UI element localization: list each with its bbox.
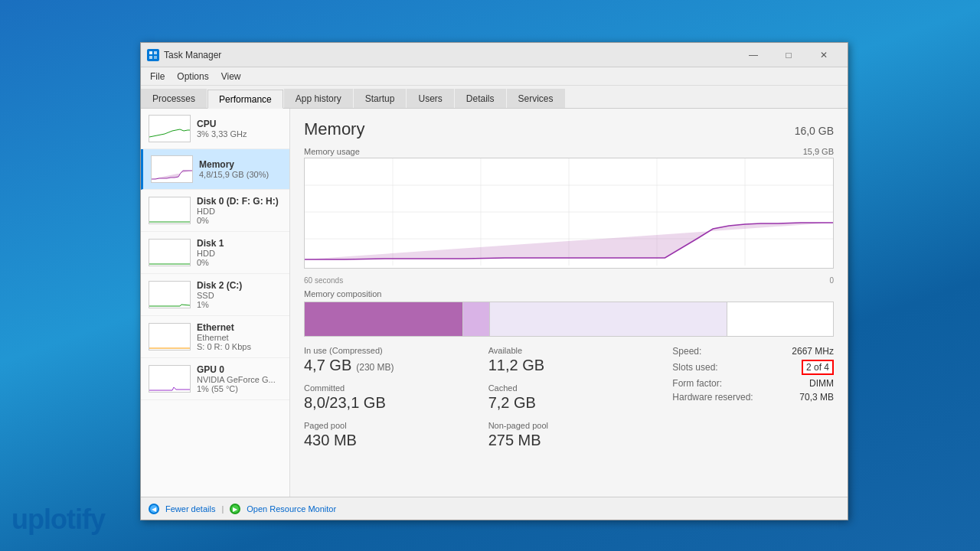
menu-file[interactable]: File bbox=[144, 69, 171, 84]
ethernet-sub1: Ethernet bbox=[197, 333, 282, 342]
svg-rect-6 bbox=[149, 197, 190, 223]
sidebar: CPU 3% 3,33 GHz Memory 4,8/15,9 GB bbox=[141, 109, 290, 497]
cpu-thumbnail bbox=[149, 115, 191, 142]
composition-bar bbox=[304, 302, 834, 337]
disk2-info: Disk 2 (C:) SSD 1% bbox=[197, 280, 282, 309]
disk0-thumbnail bbox=[149, 197, 191, 224]
sidebar-item-disk1[interactable]: Disk 1 HDD 0% bbox=[141, 232, 289, 274]
menu-view[interactable]: View bbox=[215, 69, 247, 84]
fewer-details-icon: ◀ bbox=[149, 504, 159, 514]
disk2-sub1: SSD bbox=[197, 291, 282, 300]
in-use-sub: (230 MB) bbox=[356, 362, 394, 373]
slots-label: Slots used: bbox=[672, 362, 717, 373]
tab-performance[interactable]: Performance bbox=[207, 90, 283, 109]
svg-text:◀: ◀ bbox=[152, 506, 157, 513]
tab-processes[interactable]: Processes bbox=[141, 89, 207, 108]
menubar: File Options View bbox=[141, 67, 848, 86]
form-label: Form factor: bbox=[672, 378, 722, 389]
disk2-name: Disk 2 (C:) bbox=[197, 280, 282, 291]
cached-label: Cached bbox=[488, 383, 650, 393]
sidebar-item-disk2[interactable]: Disk 2 (C:) SSD 1% bbox=[141, 274, 289, 316]
cpu-name: CPU bbox=[197, 119, 282, 129]
main-panel: Memory 16,0 GB Memory usage 15,9 GB bbox=[290, 109, 848, 497]
tab-startup[interactable]: Startup bbox=[354, 89, 407, 108]
maximize-button[interactable]: □ bbox=[771, 43, 806, 67]
sidebar-item-ethernet[interactable]: Ethernet Ethernet S: 0 R: 0 Kbps bbox=[141, 316, 289, 358]
titlebar: Task Manager — □ ✕ bbox=[141, 43, 848, 67]
chart-time-labels: 60 seconds 0 bbox=[304, 275, 834, 286]
committed-value: 8,0/23,1 GB bbox=[304, 393, 466, 412]
cached-value: 7,2 GB bbox=[488, 393, 650, 412]
svg-rect-10 bbox=[149, 366, 190, 392]
chart-time-left: 60 seconds bbox=[304, 276, 343, 285]
watermark: uplotify bbox=[11, 504, 105, 536]
svg-rect-3 bbox=[154, 56, 157, 59]
speed-value: 2667 MHz bbox=[792, 346, 834, 357]
in-use-value: 4,7 GB bbox=[304, 356, 351, 374]
disk1-thumbnail bbox=[149, 239, 191, 266]
stats-col-left: In use (Compressed) 4,7 GB (230 MB) Comm… bbox=[304, 346, 466, 449]
disk2-thumbnail bbox=[149, 281, 191, 308]
svg-rect-1 bbox=[154, 51, 157, 54]
comp-modified bbox=[463, 302, 490, 336]
disk0-sub2: 0% bbox=[197, 216, 282, 225]
form-value: DIMM bbox=[809, 378, 834, 389]
disk0-name: Disk 0 (D: F: G: H:) bbox=[197, 196, 282, 207]
paged-pool-label: Paged pool bbox=[304, 421, 466, 430]
disk1-name: Disk 1 bbox=[197, 238, 282, 249]
svg-text:▶: ▶ bbox=[233, 506, 238, 513]
stats-area: In use (Compressed) 4,7 GB (230 MB) Comm… bbox=[304, 346, 834, 449]
app-icon bbox=[147, 49, 159, 61]
stats-col-middle: Available 11,2 GB Cached 7,2 GB Non-page… bbox=[488, 346, 650, 449]
comp-standby bbox=[490, 302, 728, 336]
main-content: CPU 3% 3,33 GHz Memory 4,8/15,9 GB bbox=[141, 109, 848, 497]
chart-label: Memory usage bbox=[304, 147, 360, 156]
chart-max: 15,9 GB bbox=[803, 147, 834, 156]
non-paged-pool-value: 275 MB bbox=[488, 431, 650, 449]
sidebar-item-gpu[interactable]: GPU 0 NVIDIA GeForce G... 1% (55 °C) bbox=[141, 358, 289, 400]
open-resource-monitor-link[interactable]: Open Resource Monitor bbox=[247, 504, 336, 514]
close-button[interactable]: ✕ bbox=[806, 43, 841, 67]
task-manager-window: Task Manager — □ ✕ File Options View Pro… bbox=[140, 42, 848, 520]
disk0-info: Disk 0 (D: F: G: H:) HDD 0% bbox=[197, 196, 282, 225]
gpu-thumbnail bbox=[149, 365, 191, 393]
sidebar-item-memory[interactable]: Memory 4,8/15,9 GB (30%) bbox=[141, 149, 289, 190]
main-header: Memory 16,0 GB bbox=[304, 119, 834, 139]
comp-free bbox=[727, 302, 833, 336]
ethernet-thumbnail bbox=[149, 323, 191, 350]
memory-info: Memory 4,8/15,9 GB (30%) bbox=[199, 159, 282, 179]
tab-details[interactable]: Details bbox=[455, 89, 506, 108]
sidebar-item-disk0[interactable]: Disk 0 (D: F: G: H:) HDD 0% bbox=[141, 190, 289, 232]
chart-time-right: 0 bbox=[829, 276, 834, 285]
memory-sub: 4,8/15,9 GB (30%) bbox=[199, 170, 282, 179]
resource-monitor-icon: ▶ bbox=[230, 504, 240, 514]
available-label: Available bbox=[488, 346, 650, 355]
tab-app-history[interactable]: App history bbox=[284, 89, 353, 108]
hw-reserved-label: Hardware reserved: bbox=[672, 392, 753, 403]
ethernet-sub2: S: 0 R: 0 Kbps bbox=[197, 342, 282, 351]
memory-chart-container bbox=[304, 158, 834, 269]
speed-label: Speed: bbox=[672, 346, 701, 357]
tab-services[interactable]: Services bbox=[507, 89, 565, 108]
fewer-details-link[interactable]: Fewer details bbox=[165, 504, 215, 514]
menu-options[interactable]: Options bbox=[171, 69, 214, 84]
available-value: 11,2 GB bbox=[488, 356, 650, 374]
footer: ◀ Fewer details | ▶ Open Resource Monito… bbox=[141, 497, 848, 520]
in-use-label: In use (Compressed) bbox=[304, 346, 466, 355]
disk0-sub1: HDD bbox=[197, 207, 282, 216]
memory-name: Memory bbox=[199, 159, 282, 170]
memory-thumbnail bbox=[151, 155, 193, 183]
gpu-name: GPU 0 bbox=[197, 364, 282, 375]
disk2-sub2: 1% bbox=[197, 300, 282, 309]
disk1-sub2: 0% bbox=[197, 258, 282, 267]
tab-users[interactable]: Users bbox=[407, 89, 453, 108]
slots-value: 2 of 4 bbox=[802, 360, 834, 375]
gpu-sub2: 1% (55 °C) bbox=[197, 384, 282, 393]
non-paged-pool-label: Non-paged pool bbox=[488, 421, 650, 430]
minimize-button[interactable]: — bbox=[736, 43, 771, 67]
ethernet-name: Ethernet bbox=[197, 322, 282, 333]
footer-separator: | bbox=[221, 504, 224, 514]
svg-rect-0 bbox=[149, 51, 152, 54]
committed-label: Committed bbox=[304, 383, 466, 393]
sidebar-item-cpu[interactable]: CPU 3% 3,33 GHz bbox=[141, 109, 289, 149]
